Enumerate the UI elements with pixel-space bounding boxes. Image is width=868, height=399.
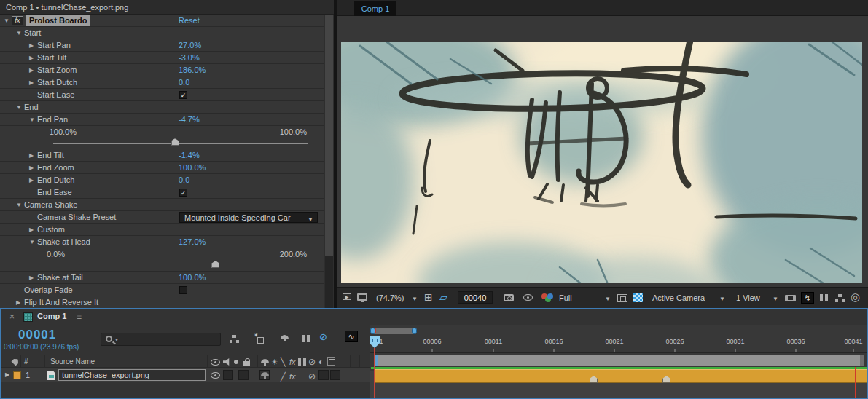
view-layout-dropdown[interactable]: 1 View	[736, 293, 760, 302]
group-row-camera-shake[interactable]: ▼ Camera Shake	[0, 199, 324, 211]
param-row-start-zoom[interactable]: ▶ Start Zoom 186.0%	[0, 64, 324, 76]
overlap-fade-checkbox[interactable]	[179, 286, 187, 294]
layer-fx-toggle[interactable]: fx	[289, 370, 296, 383]
time-navigator[interactable]	[370, 328, 417, 334]
layer-shy-toggle[interactable]	[259, 370, 270, 380]
param-row-start-dutch[interactable]: ▶ Start Dutch 0.0	[0, 76, 324, 89]
camera-shake-preset-dropdown[interactable]: Mounted Inside Speeding Car ▼	[179, 212, 318, 223]
scrollbar-thumb[interactable]	[325, 15, 333, 256]
param-value[interactable]: -4.7%	[179, 114, 200, 126]
end-ease-checkbox[interactable]: ✓	[179, 189, 187, 197]
current-frame-field[interactable]: 00040	[458, 291, 493, 304]
group-row-start[interactable]: ▼ Start	[0, 27, 324, 39]
start-ease-checkbox[interactable]: ✓	[179, 91, 187, 99]
param-value[interactable]: -3.0%	[179, 52, 200, 64]
shake-at-head-slider[interactable]	[0, 260, 324, 272]
layer-audio-cell[interactable]	[223, 370, 233, 380]
layer-motion-blur-toggle[interactable]: ⊘	[308, 370, 316, 383]
twirl-icon[interactable]: ▼	[16, 199, 22, 211]
param-row-end-tilt[interactable]: ▶ End Tilt -1.4%	[0, 149, 324, 162]
effects-switch-icon[interactable]: fx	[289, 356, 296, 368]
slider-handle[interactable]	[211, 261, 219, 268]
composition-image[interactable]	[341, 42, 862, 283]
layer-label-color[interactable]	[13, 371, 21, 379]
layer-visibility-toggle[interactable]	[211, 372, 220, 379]
param-row-shake-at-head[interactable]: ▼ Shake at Head 127.0%	[0, 236, 324, 248]
param-row-start-tilt[interactable]: ▶ Start Tilt -3.0%	[0, 52, 324, 64]
draft-3d-icon[interactable]	[257, 337, 264, 344]
hide-shy-layers-icon[interactable]	[281, 335, 289, 341]
audio-column-icon[interactable]	[223, 358, 231, 366]
motion-blur-icon[interactable]: ⊘	[319, 331, 327, 342]
param-row-camera-shake-preset[interactable]: Camera Shake Preset Mounted Inside Speed…	[0, 211, 324, 224]
layer-solo-cell[interactable]	[238, 370, 249, 380]
param-row-overlap-fade[interactable]: Overlap Fade	[0, 284, 324, 296]
twirl-icon[interactable]: ▶	[29, 224, 34, 236]
layer-marker[interactable]	[662, 376, 670, 383]
source-name-column-header[interactable]: Source Name	[50, 355, 95, 368]
collapse-transformations-icon[interactable]: ☀	[271, 356, 278, 368]
resolution-dropdown[interactable]: Full	[559, 293, 572, 302]
twirl-icon[interactable]: ▶	[29, 149, 34, 162]
twirl-icon[interactable]: ▶	[16, 296, 20, 309]
layer-adjustment-cell[interactable]	[318, 370, 329, 380]
index-column-header[interactable]: #	[24, 355, 28, 368]
grid-guides-icon[interactable]: ⊞	[424, 291, 433, 303]
search-input[interactable]: ▼	[101, 333, 221, 346]
chevron-down-icon[interactable]: ▼	[412, 296, 418, 302]
param-value[interactable]: 127.0%	[179, 236, 206, 248]
chevron-down-icon[interactable]: ▼	[605, 296, 611, 302]
transparency-grid-icon[interactable]	[633, 293, 643, 302]
show-channel-icon[interactable]	[541, 293, 553, 302]
region-of-interest-icon[interactable]	[617, 294, 627, 302]
adjustment-layer-switch-icon[interactable]: ◐	[318, 356, 324, 368]
viewer-tab-comp1[interactable]: Comp 1	[354, 1, 396, 16]
param-value[interactable]: 100.0%	[179, 162, 206, 174]
twirl-icon[interactable]: ▶	[29, 76, 34, 89]
navigator-end-handle[interactable]	[412, 328, 417, 334]
twirl-icon[interactable]: ▶	[29, 162, 34, 174]
magnification-dropdown[interactable]: (74.7%)	[376, 293, 404, 302]
param-row-end-ease[interactable]: End Ease ✓	[0, 186, 324, 199]
timeline-tab-comp1[interactable]: Comp 1	[37, 312, 66, 320]
twirl-icon[interactable]: ▶	[29, 272, 34, 284]
slider-handle[interactable]	[171, 138, 179, 146]
group-row-flip-it[interactable]: ▶ Flip It And Reverse It	[0, 296, 324, 309]
twirl-icon[interactable]: ▶	[29, 174, 34, 186]
chevron-down-icon[interactable]: ▼	[773, 296, 778, 302]
effect-title-row[interactable]: ▼ fx Prolost Boardo Reset	[0, 15, 324, 27]
snapshot-camera-icon[interactable]	[504, 294, 514, 301]
param-value[interactable]: 27.0%	[179, 39, 201, 52]
param-value[interactable]: 0.0	[179, 76, 189, 89]
graph-editor-icon[interactable]: ∿	[345, 331, 358, 342]
comp-flowchart-icon[interactable]	[835, 294, 845, 302]
param-value[interactable]: 0.0	[179, 174, 189, 186]
param-row-end-dutch[interactable]: ▶ End Dutch 0.0	[0, 174, 324, 186]
always-preview-icon[interactable]: ▶	[343, 293, 351, 300]
layer-3d-cell[interactable]	[330, 370, 340, 380]
frame-blend-switch-icon[interactable]	[298, 358, 308, 366]
twirl-icon[interactable]: ▶	[29, 39, 34, 52]
slider-track[interactable]	[53, 266, 308, 266]
slider-track[interactable]	[53, 143, 308, 144]
chevron-down-icon[interactable]: ▼	[719, 296, 725, 302]
time-ruler[interactable]: 00001 00006 00011 00016 00021 00026 0003…	[370, 336, 867, 353]
twirl-icon[interactable]: ▼	[29, 114, 35, 126]
comp-mini-flowchart-icon[interactable]	[230, 335, 239, 343]
timeline-panel-icon[interactable]	[820, 294, 829, 301]
lock-column-icon[interactable]	[243, 361, 250, 366]
layer-row-1[interactable]: ▶ 1 tunnelChase_export.png ╱ fx ⊘	[1, 368, 370, 382]
work-area-bar[interactable]	[374, 355, 864, 366]
main-monitor-icon[interactable]	[357, 293, 367, 301]
twirl-icon[interactable]: ▶	[29, 52, 34, 64]
video-column-icon[interactable]	[211, 359, 220, 366]
label-column-icon[interactable]	[11, 357, 20, 366]
group-row-end[interactable]: ▼ End	[0, 101, 324, 114]
3d-layer-switch-icon[interactable]	[329, 359, 335, 366]
timeline-track-area[interactable]: 00001 00006 00011 00016 00021 00026 0003…	[370, 325, 867, 398]
reset-button[interactable]: Reset	[179, 15, 200, 27]
current-time-indicator-line[interactable]	[374, 347, 375, 398]
param-value[interactable]: 186.0%	[179, 64, 206, 76]
current-time-display[interactable]: 00001	[18, 328, 56, 342]
param-row-end-zoom[interactable]: ▶ End Zoom 100.0%	[0, 162, 324, 174]
